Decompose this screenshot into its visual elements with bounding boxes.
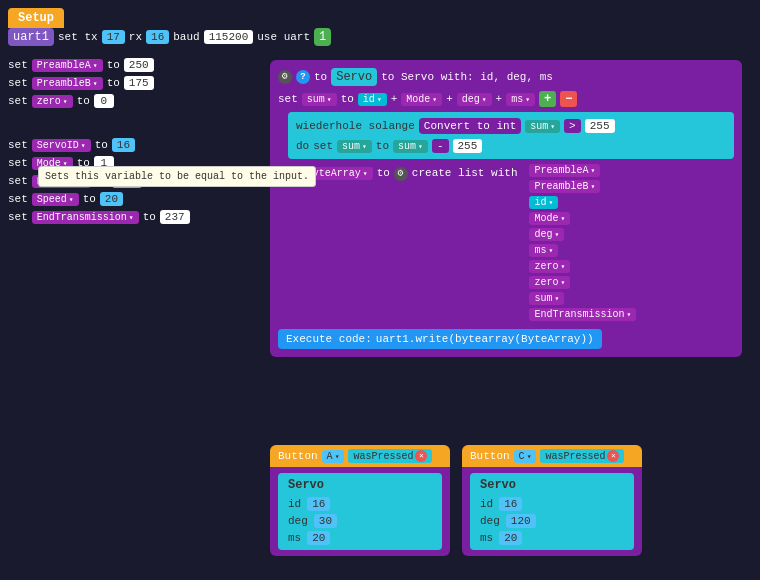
mode-inner-dropdown[interactable]: Mode [401, 93, 442, 106]
list-item-end-tx: EndTransmission [529, 308, 636, 321]
list-item-id: id [529, 196, 636, 209]
preamble-b-dropdown[interactable]: PreambleB [32, 77, 103, 90]
set-tx-label: set tx [58, 31, 98, 43]
gt-operator: > [564, 119, 581, 133]
minus-operator: - [432, 139, 449, 153]
button-c-header: Button C ▾ wasPressed ✕ [462, 445, 642, 467]
speed-dropdown[interactable]: Speed [32, 193, 79, 206]
bytearray-row: set ByteArray to ⚙ create list with Prea… [278, 164, 734, 321]
while-block: wiederhole solange Convert to int sum > … [288, 112, 734, 159]
servo-c-ms-val[interactable]: 20 [499, 531, 522, 545]
header-row: ⚙ ? to Servo to Servo with: id, deg, ms [278, 68, 734, 86]
preamble-a-val[interactable]: 250 [124, 58, 154, 72]
servo-a-deg-row: deg 30 [288, 514, 432, 528]
list-item-zero1: zero [529, 260, 636, 273]
button-c-body: Servo id 16 deg 120 ms 20 [462, 467, 642, 556]
servo-a-id-val[interactable]: 16 [307, 497, 330, 511]
sum-inner-dropdown[interactable]: sum [393, 140, 428, 153]
deg-dropdown[interactable]: deg [457, 93, 492, 106]
servo-a-label: Servo [288, 478, 432, 492]
set-end-transmission: set EndTransmission to 237 [8, 210, 190, 224]
plus-button[interactable]: + [539, 91, 556, 107]
li-deg[interactable]: deg [529, 228, 564, 241]
zero-dropdown[interactable]: zero [32, 95, 73, 108]
set-servo-id: set ServoID to 16 [8, 138, 190, 152]
servo-c-ms-row: ms 20 [480, 531, 624, 545]
btn-c-was-pressed[interactable]: wasPressed ✕ [540, 449, 624, 463]
li-preamble-b[interactable]: PreambleB [529, 180, 600, 193]
execute-row: Execute code: uart1.write(bytearray(Byte… [278, 326, 734, 349]
btn-c-var[interactable]: C ▾ [514, 450, 537, 463]
convert-int-block[interactable]: Convert to int [419, 118, 521, 134]
li-preamble-a[interactable]: PreambleA [529, 164, 600, 177]
sum-dropdown[interactable]: sum [302, 93, 337, 106]
sum-row: set sum to id + Mode + deg + ms + − [278, 91, 734, 107]
tx-value[interactable]: 17 [102, 30, 125, 44]
end-tx-dropdown[interactable]: EndTransmission [32, 211, 139, 224]
preamble-b-val[interactable]: 175 [124, 76, 154, 90]
rx-value[interactable]: 16 [146, 30, 169, 44]
servo-c-id-val[interactable]: 16 [499, 497, 522, 511]
li-end-tx[interactable]: EndTransmission [529, 308, 636, 321]
li-zero2[interactable]: zero [529, 276, 570, 289]
li-ms[interactable]: ms [529, 244, 558, 257]
servo-id-val[interactable]: 16 [112, 138, 135, 152]
baud-label: baud [173, 31, 199, 43]
servo-a-ms-val[interactable]: 20 [307, 531, 330, 545]
set-preamble-a: set PreambleA to 250 [8, 58, 190, 72]
button-a-block: Button A ▾ wasPressed ✕ Servo id 16 deg … [270, 445, 450, 556]
do-row: do set sum to sum - 255 [296, 139, 726, 153]
list-item-ms: ms [529, 244, 636, 257]
question-icon[interactable]: ? [296, 70, 310, 84]
button-c-block: Button C ▾ wasPressed ✕ Servo id 16 deg … [462, 445, 642, 556]
list-item-preamble-a: PreambleA [529, 164, 636, 177]
servo-c-block: Servo id 16 deg 120 ms 20 [470, 473, 634, 550]
servo-block-label[interactable]: Servo [331, 68, 377, 86]
set-zero: set zero to 0 [8, 94, 190, 108]
servo-id-dropdown[interactable]: ServoID [32, 139, 91, 152]
sum-set-dropdown[interactable]: sum [337, 140, 372, 153]
val-255b[interactable]: 255 [453, 139, 483, 153]
id-dropdown[interactable]: id [358, 93, 387, 106]
left-var-blocks: set PreambleA to 250 set PreambleB to 17… [8, 58, 190, 224]
servo-a-deg-val[interactable]: 30 [314, 514, 337, 528]
execute-block[interactable]: Execute code: uart1.write(bytearray(Byte… [278, 329, 602, 349]
li-mode[interactable]: Mode [529, 212, 570, 225]
servo-c-deg-val[interactable]: 120 [506, 514, 536, 528]
rx-label: rx [129, 31, 142, 43]
btn-a-var[interactable]: A ▾ [322, 450, 345, 463]
list-item-deg: deg [529, 228, 636, 241]
val-255[interactable]: 255 [585, 119, 615, 133]
uart-block[interactable]: uart1 [8, 28, 54, 46]
sum-cond-dropdown[interactable]: sum [525, 120, 560, 133]
ms-dropdown[interactable]: ms [506, 93, 535, 106]
main-servo-block: ⚙ ? to Servo to Servo with: id, deg, ms … [270, 60, 742, 357]
use-uart-label: use uart [257, 31, 310, 43]
set-speed: set Speed to 20 [8, 192, 190, 206]
li-id[interactable]: id [529, 196, 558, 209]
list-item-zero2: zero [529, 276, 636, 289]
while-row: wiederhole solange Convert to int sum > … [296, 118, 726, 134]
servo-c-id-row: id 16 [480, 497, 624, 511]
button-a-header: Button A ▾ wasPressed ✕ [270, 445, 450, 467]
setup-tab[interactable]: Setup [8, 8, 64, 28]
set-preamble-b: set PreambleB to 175 [8, 76, 190, 90]
tooltip: Sets this variable to be equal to the in… [38, 166, 316, 187]
servo-a-id-row: id 16 [288, 497, 432, 511]
use-uart-val[interactable]: 1 [314, 28, 331, 46]
zero-val[interactable]: 0 [94, 94, 114, 108]
preamble-a-dropdown[interactable]: PreambleA [32, 59, 103, 72]
button-a-body: Servo id 16 deg 30 ms 20 [270, 467, 450, 556]
servo-a-block: Servo id 16 deg 30 ms 20 [278, 473, 442, 550]
li-sum[interactable]: sum [529, 292, 564, 305]
servo-c-deg-row: deg 120 [480, 514, 624, 528]
minus-button[interactable]: − [560, 91, 577, 107]
baud-value[interactable]: 115200 [204, 30, 254, 44]
btn-a-was-pressed[interactable]: wasPressed ✕ [348, 449, 432, 463]
servo-a-ms-row: ms 20 [288, 531, 432, 545]
speed-val[interactable]: 20 [100, 192, 123, 206]
list-item-sum: sum [529, 292, 636, 305]
end-tx-val[interactable]: 237 [160, 210, 190, 224]
li-zero1[interactable]: zero [529, 260, 570, 273]
servo-c-label: Servo [480, 478, 624, 492]
